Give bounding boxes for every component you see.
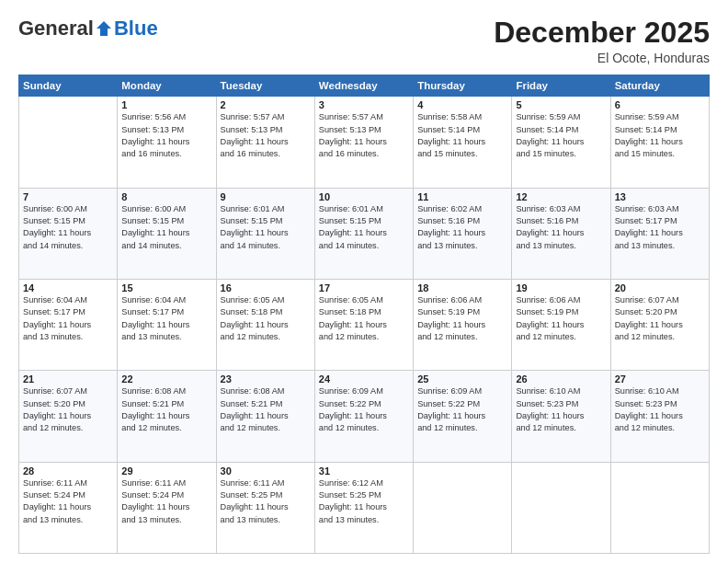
day-number: 2 [221,99,311,110]
day-number: 26 [516,373,606,385]
table-row [19,97,118,188]
day-info: Sunrise: 6:11 AMSunset: 5:25 PMDaylight:… [221,477,311,526]
day-number: 30 [221,465,311,477]
table-row: 19Sunrise: 6:06 AMSunset: 5:19 PMDayligh… [512,279,610,370]
day-number: 11 [417,191,507,202]
day-info: Sunrise: 6:01 AMSunset: 5:15 PMDaylight:… [221,203,311,252]
day-number: 14 [23,282,113,293]
calendar-header-row: Sunday Monday Tuesday Wednesday Thursday… [19,75,710,97]
day-info: Sunrise: 6:11 AMSunset: 5:24 PMDaylight:… [23,477,113,526]
day-number: 29 [121,465,211,477]
table-row: 2Sunrise: 5:57 AMSunset: 5:13 PMDaylight… [216,97,314,188]
logo-icon [95,19,113,38]
month-title: December 2025 [494,17,710,49]
day-number: 19 [516,282,606,293]
table-row: 22Sunrise: 6:08 AMSunset: 5:21 PMDayligh… [118,371,216,462]
location-subtitle: El Ocote, Honduras [494,51,710,65]
table-row: 1Sunrise: 5:56 AMSunset: 5:13 PMDaylight… [118,97,216,188]
day-info: Sunrise: 6:05 AMSunset: 5:18 PMDaylight:… [221,294,311,343]
day-info: Sunrise: 6:04 AMSunset: 5:17 PMDaylight:… [121,294,211,343]
day-number: 6 [615,99,705,110]
day-info: Sunrise: 5:57 AMSunset: 5:13 PMDaylight:… [319,111,409,160]
day-number: 21 [23,373,113,385]
col-monday: Monday [118,75,216,97]
day-info: Sunrise: 5:59 AMSunset: 5:14 PMDaylight:… [516,111,606,160]
day-number: 13 [615,191,705,202]
col-thursday: Thursday [414,75,512,97]
header: General Blue December 2025 El Ocote, Hon… [18,17,710,65]
day-number: 15 [121,282,211,293]
calendar-week-row: 28Sunrise: 6:11 AMSunset: 5:24 PMDayligh… [19,462,710,553]
day-number: 7 [23,191,113,202]
table-row: 21Sunrise: 6:07 AMSunset: 5:20 PMDayligh… [19,371,118,462]
day-info: Sunrise: 6:10 AMSunset: 5:23 PMDaylight:… [516,385,606,434]
day-info: Sunrise: 6:07 AMSunset: 5:20 PMDaylight:… [615,294,705,343]
table-row: 5Sunrise: 5:59 AMSunset: 5:14 PMDaylight… [512,97,610,188]
table-row: 18Sunrise: 6:06 AMSunset: 5:19 PMDayligh… [414,279,512,370]
table-row: 20Sunrise: 6:07 AMSunset: 5:20 PMDayligh… [610,279,709,370]
col-saturday: Saturday [610,75,709,97]
col-wednesday: Wednesday [314,75,413,97]
col-tuesday: Tuesday [216,75,314,97]
table-row: 24Sunrise: 6:09 AMSunset: 5:22 PMDayligh… [314,371,413,462]
col-sunday: Sunday [19,75,118,97]
day-number: 23 [221,373,311,385]
logo-blue-text: Blue [114,17,158,40]
table-row: 3Sunrise: 5:57 AMSunset: 5:13 PMDaylight… [314,97,413,188]
day-number: 31 [319,465,409,477]
calendar-week-row: 21Sunrise: 6:07 AMSunset: 5:20 PMDayligh… [19,371,710,462]
calendar-week-row: 1Sunrise: 5:56 AMSunset: 5:13 PMDaylight… [19,97,710,188]
table-row: 27Sunrise: 6:10 AMSunset: 5:23 PMDayligh… [610,371,709,462]
table-row: 25Sunrise: 6:09 AMSunset: 5:22 PMDayligh… [414,371,512,462]
day-number: 24 [319,373,409,385]
logo: General Blue [18,17,158,40]
calendar-table: Sunday Monday Tuesday Wednesday Thursday… [18,75,710,554]
table-row: 9Sunrise: 6:01 AMSunset: 5:15 PMDaylight… [216,188,314,279]
table-row: 4Sunrise: 5:58 AMSunset: 5:14 PMDaylight… [414,97,512,188]
day-number: 27 [615,373,705,385]
calendar-week-row: 7Sunrise: 6:00 AMSunset: 5:15 PMDaylight… [19,188,710,279]
day-number: 8 [121,191,211,202]
col-friday: Friday [512,75,610,97]
table-row: 13Sunrise: 6:03 AMSunset: 5:17 PMDayligh… [610,188,709,279]
table-row: 10Sunrise: 6:01 AMSunset: 5:15 PMDayligh… [314,188,413,279]
day-info: Sunrise: 6:10 AMSunset: 5:23 PMDaylight:… [615,385,705,434]
day-info: Sunrise: 6:08 AMSunset: 5:21 PMDaylight:… [121,385,211,434]
day-info: Sunrise: 6:12 AMSunset: 5:25 PMDaylight:… [319,477,409,526]
day-number: 10 [319,191,409,202]
day-info: Sunrise: 6:08 AMSunset: 5:21 PMDaylight:… [221,385,311,434]
day-number: 22 [121,373,211,385]
day-info: Sunrise: 5:57 AMSunset: 5:13 PMDaylight:… [221,111,311,160]
day-info: Sunrise: 5:58 AMSunset: 5:14 PMDaylight:… [417,111,507,160]
day-info: Sunrise: 6:06 AMSunset: 5:19 PMDaylight:… [516,294,606,343]
title-block: December 2025 El Ocote, Honduras [494,17,710,65]
table-row [610,462,709,553]
day-info: Sunrise: 6:04 AMSunset: 5:17 PMDaylight:… [23,294,113,343]
day-number: 1 [121,99,211,110]
table-row: 14Sunrise: 6:04 AMSunset: 5:17 PMDayligh… [19,279,118,370]
table-row: 11Sunrise: 6:02 AMSunset: 5:16 PMDayligh… [414,188,512,279]
table-row: 8Sunrise: 6:00 AMSunset: 5:15 PMDaylight… [118,188,216,279]
day-info: Sunrise: 6:03 AMSunset: 5:17 PMDaylight:… [615,203,705,252]
table-row: 26Sunrise: 6:10 AMSunset: 5:23 PMDayligh… [512,371,610,462]
page: General Blue December 2025 El Ocote, Hon… [0,0,728,563]
table-row: 28Sunrise: 6:11 AMSunset: 5:24 PMDayligh… [19,462,118,553]
day-info: Sunrise: 6:03 AMSunset: 5:16 PMDaylight:… [516,203,606,252]
table-row: 12Sunrise: 6:03 AMSunset: 5:16 PMDayligh… [512,188,610,279]
svg-marker-0 [97,21,111,36]
logo-general-text: General [18,17,94,40]
table-row: 6Sunrise: 5:59 AMSunset: 5:14 PMDaylight… [610,97,709,188]
day-info: Sunrise: 6:09 AMSunset: 5:22 PMDaylight:… [319,385,409,434]
day-info: Sunrise: 6:11 AMSunset: 5:24 PMDaylight:… [121,477,211,526]
table-row: 7Sunrise: 6:00 AMSunset: 5:15 PMDaylight… [19,188,118,279]
day-number: 16 [221,282,311,293]
day-number: 20 [615,282,705,293]
day-number: 18 [417,282,507,293]
table-row: 29Sunrise: 6:11 AMSunset: 5:24 PMDayligh… [118,462,216,553]
day-info: Sunrise: 5:56 AMSunset: 5:13 PMDaylight:… [121,111,211,160]
day-number: 4 [417,99,507,110]
day-info: Sunrise: 6:09 AMSunset: 5:22 PMDaylight:… [417,385,507,434]
day-info: Sunrise: 6:00 AMSunset: 5:15 PMDaylight:… [23,203,113,252]
day-info: Sunrise: 6:07 AMSunset: 5:20 PMDaylight:… [23,385,113,434]
calendar-week-row: 14Sunrise: 6:04 AMSunset: 5:17 PMDayligh… [19,279,710,370]
